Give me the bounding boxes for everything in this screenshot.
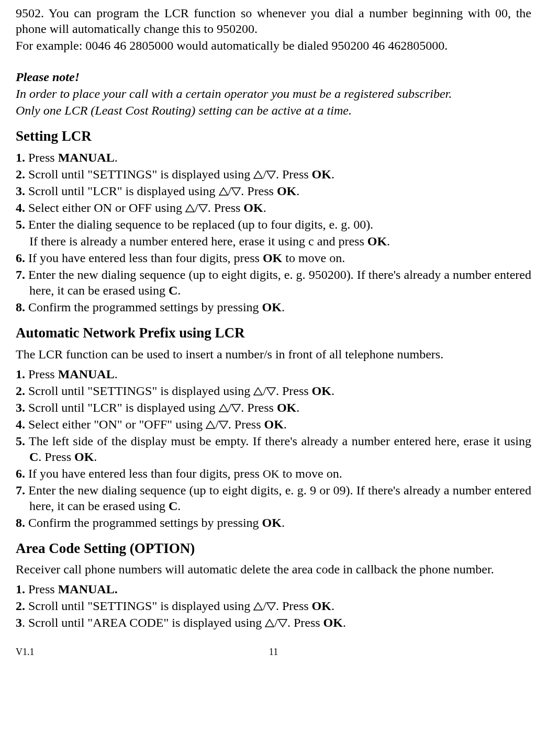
sectionB-step3: 3. Scroll until "LCR" is displayed using…	[16, 400, 531, 415]
svg-marker-14	[265, 619, 274, 627]
svg-marker-0	[254, 171, 262, 178]
triangle-down-icon	[219, 421, 228, 429]
sectionA-step6: 6. If you have entered less than four di…	[16, 250, 531, 266]
sectionB-step2: 2. Scroll until "SETTINGS" is displayed …	[16, 383, 531, 399]
svg-marker-3	[232, 188, 240, 195]
intro-paragraph-2: For example: 0046 46 2805000 would autom…	[16, 38, 531, 53]
svg-marker-9	[232, 404, 240, 412]
triangle-up-icon	[253, 387, 263, 396]
svg-marker-5	[199, 205, 207, 212]
sectionB-step4: 4. Select either "ON" or "OFF" using /. …	[16, 416, 531, 432]
sectionC-step1: 1. Press MANUAL.	[16, 581, 531, 597]
triangle-up-icon	[219, 187, 228, 196]
sectionC-step3: 3. Scroll until "AREA CODE" is displayed…	[16, 615, 531, 630]
sectionB-step7: 7. Enter the new dialing sequence (up to…	[16, 482, 531, 514]
page-footer: V1.1 11	[16, 646, 531, 658]
triangle-up-icon	[219, 404, 228, 412]
sectionA-step5-cont: If there is already a number entered her…	[16, 233, 531, 249]
section-a-heading: Setting LCR	[16, 128, 531, 145]
svg-marker-15	[278, 619, 287, 627]
section-c-heading: Area Code Setting (OPTION)	[16, 540, 531, 558]
sectionA-step3: 3. Scroll until "LCR" is displayed using…	[16, 183, 531, 199]
sectionC-step2: 2. Scroll until "SETTINGS" is displayed …	[16, 598, 531, 614]
sectionB-step5: 5. The left side of the display must be …	[16, 433, 531, 465]
footer-version: V1.1	[16, 646, 47, 658]
svg-marker-2	[219, 188, 228, 195]
section-c-desc: Receiver call phone numbers will automat…	[16, 561, 531, 577]
note-line-1: In order to place your call with a certa…	[16, 86, 531, 101]
intro-paragraph-1: 9502. You can program the LCR function s…	[16, 5, 531, 37]
triangle-down-icon	[266, 387, 276, 396]
sectionB-step8: 8. Confirm the programmed settings by pr…	[16, 515, 531, 531]
triangle-up-icon	[185, 204, 195, 212]
svg-marker-4	[186, 205, 194, 212]
svg-marker-1	[267, 171, 275, 178]
svg-marker-12	[254, 603, 262, 610]
sectionA-step8: 8. Confirm the programmed settings by pr…	[16, 299, 531, 315]
triangle-down-icon	[231, 404, 241, 412]
triangle-up-icon	[265, 619, 274, 627]
triangle-down-icon	[198, 204, 208, 212]
svg-marker-10	[206, 421, 215, 428]
triangle-up-icon	[206, 421, 215, 429]
svg-marker-8	[219, 404, 228, 412]
sectionA-step4: 4. Select either ON or OFF using /. Pres…	[16, 200, 531, 216]
triangle-down-icon	[231, 187, 241, 196]
svg-marker-6	[254, 388, 262, 395]
sectionA-step1: 1. Press MANUAL.	[16, 150, 531, 165]
section-b-heading: Automatic Network Prefix using LCR	[16, 324, 531, 342]
footer-page-number: 11	[47, 646, 500, 658]
sectionA-step5: 5. Enter the dialing sequence to be repl…	[16, 217, 531, 232]
sectionB-step6: 6. If you have entered less than four di…	[16, 466, 531, 481]
sectionB-step1: 1. Press MANUAL.	[16, 366, 531, 382]
triangle-up-icon	[253, 171, 263, 179]
sectionA-step7: 7. Enter the new dialing sequence (up to…	[16, 267, 531, 298]
svg-marker-11	[219, 421, 228, 428]
triangle-down-icon	[266, 171, 276, 179]
triangle-down-icon	[266, 602, 276, 611]
triangle-up-icon	[253, 602, 263, 611]
svg-marker-13	[267, 603, 275, 610]
triangle-down-icon	[278, 619, 287, 627]
note-title: Please note!	[16, 69, 531, 85]
sectionA-step2: 2. Scroll until "SETTINGS" is displayed …	[16, 166, 531, 182]
note-line-2: Only one LCR (Least Cost Routing) settin…	[16, 103, 531, 118]
section-b-desc: The LCR function can be used to insert a…	[16, 346, 531, 362]
svg-marker-7	[267, 388, 275, 395]
